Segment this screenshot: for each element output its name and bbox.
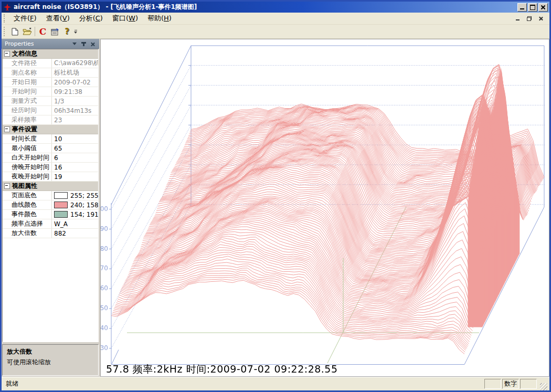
property-value[interactable]: 240; 158; 15 [51, 200, 98, 209]
property-label: 开始时间 [3, 87, 51, 96]
property-row[interactable]: 测量方式1/3 [3, 97, 98, 106]
collapse-icon[interactable] [4, 183, 10, 189]
property-value[interactable]: 16 [51, 163, 98, 172]
menu-item-0[interactable]: 文件(F) [9, 13, 41, 24]
property-row[interactable]: 测点名称栎社机场 [3, 68, 98, 78]
property-value-text: 1/3 [54, 98, 64, 105]
minimize-button[interactable] [517, 3, 527, 12]
property-row[interactable]: 采样频率23 [3, 115, 98, 125]
property-value[interactable]: 255; 255; 25 [51, 191, 98, 200]
property-value[interactable]: 2009-07-02 [51, 78, 98, 87]
property-value[interactable]: 栎社机场 [51, 68, 98, 77]
property-row[interactable]: 文件路径C:\awa6298\机场 [3, 59, 98, 68]
property-label: 开始日期 [3, 78, 51, 87]
property-value[interactable]: 1/3 [51, 97, 98, 105]
toolbar-overflow-icon [75, 30, 77, 30]
property-row[interactable]: 夜晚开始时间19 [3, 172, 98, 182]
panel-close-button[interactable] [89, 41, 96, 47]
property-label: 放大倍数 [3, 229, 51, 238]
panel-menu-button[interactable] [71, 41, 78, 47]
new-file-button[interactable] [9, 26, 21, 37]
property-row[interactable]: 最小阈值65 [3, 144, 98, 153]
waterfall-chart[interactable] [101, 39, 549, 377]
close-button[interactable] [538, 3, 548, 12]
menu-item-1[interactable]: 查看(V) [41, 13, 75, 24]
toolbar-overflow-button[interactable] [74, 30, 77, 34]
property-label: 傍晚开始时间 [3, 163, 51, 172]
property-row[interactable]: 时间长度10 [3, 134, 98, 144]
property-row[interactable]: 经历时间06h34m13s [3, 106, 98, 115]
mdi-close-icon [538, 16, 543, 21]
status-cell-0 [484, 379, 501, 389]
property-row[interactable]: 频率点选择W_A [3, 219, 98, 229]
collapse-icon[interactable] [4, 51, 10, 57]
property-section-row[interactable]: 文档信息 [3, 49, 98, 59]
menu-item-2[interactable]: 分析(C) [75, 13, 108, 24]
property-value[interactable]: 6 [51, 153, 98, 162]
property-value-text: 23 [54, 116, 62, 124]
mdi-minimize-button[interactable] [514, 15, 521, 22]
panel-pin-button[interactable] [80, 41, 87, 47]
property-description-box: 放大倍数 可使用滚轮缩放 [2, 344, 99, 376]
menu-item-4[interactable]: 帮助(H) [143, 13, 176, 24]
property-value[interactable]: 19 [51, 172, 98, 181]
property-label: 页面底色 [3, 191, 51, 200]
property-value-text: 882 [54, 230, 66, 237]
color-swatch[interactable] [54, 192, 68, 199]
property-section-title: 事件设置 [12, 125, 37, 134]
properties-panel-header[interactable]: Properties [2, 39, 99, 49]
toolbar-separator [35, 27, 35, 36]
property-value[interactable]: 154; 191; 18 [51, 210, 98, 219]
color-swatch[interactable] [54, 211, 68, 218]
resize-grip[interactable] [540, 383, 547, 390]
property-row[interactable]: 开始时间09:21:38 [3, 87, 98, 97]
property-label: 曲线颜色 [3, 200, 51, 209]
property-row[interactable]: 页面底色255; 255; 25 [3, 191, 98, 200]
property-row[interactable]: 放大倍数882 [3, 229, 98, 238]
property-value-text: 16 [54, 164, 62, 171]
property-value[interactable]: C:\awa6298\机场 [51, 59, 98, 68]
property-label: 测点名称 [3, 68, 51, 77]
property-value-text: 6 [54, 154, 58, 162]
property-row[interactable]: 开始日期2009-07-02 [3, 78, 98, 87]
menu-item-3[interactable]: 窗口(W) [108, 13, 143, 24]
property-value[interactable]: 06h34m13s [51, 106, 98, 115]
analysis-c-button[interactable]: C [37, 26, 49, 37]
property-value-text: 240; 158; 15 [70, 202, 98, 209]
title-bar[interactable]: aircraft noise（ISO3891） - [飞机噪声分析1-事件1频谱… [2, 2, 549, 13]
menu-grip-handle[interactable] [4, 14, 7, 22]
help-button[interactable]: ? [61, 26, 73, 37]
property-value-text: 06h34m13s [54, 107, 91, 114]
property-row[interactable]: 事件颜色154; 191; 18 [3, 210, 98, 219]
mdi-restore-button[interactable] [525, 15, 533, 22]
mdi-close-button[interactable] [537, 15, 544, 22]
property-value[interactable]: 09:21:38 [51, 87, 98, 96]
property-section-title: 视图属性 [12, 182, 37, 190]
property-description-text: 可使用滚轮缩放 [7, 358, 94, 367]
property-row[interactable]: 曲线颜色240; 158; 15 [3, 200, 98, 210]
property-grid: 文档信息文件路径C:\awa6298\机场测点名称栎社机场开始日期2009-07… [2, 49, 99, 342]
property-value[interactable]: 23 [51, 115, 98, 124]
property-value[interactable]: 10 [51, 134, 98, 143]
status-ready-text: 就绪 [4, 379, 483, 388]
property-value-text: 09:21:38 [54, 88, 82, 96]
color-swatch[interactable] [54, 202, 68, 208]
toolbar-grip-handle[interactable] [4, 27, 7, 36]
open-file-button[interactable] [21, 26, 33, 37]
property-value[interactable]: 882 [51, 229, 98, 238]
collapse-icon[interactable] [4, 126, 10, 132]
property-value-text: 65 [54, 145, 62, 152]
property-value[interactable]: W_A [51, 219, 98, 228]
property-row[interactable]: 傍晚开始时间16 [3, 163, 98, 172]
property-value-text: 154; 191; 18 [70, 211, 98, 218]
property-value-text: 10 [54, 135, 62, 143]
property-label: 夜晚开始时间 [3, 172, 51, 181]
property-row[interactable]: 白天开始时间6 [3, 153, 98, 163]
property-label: 测量方式 [3, 97, 51, 105]
property-value[interactable]: 65 [51, 144, 98, 153]
property-section-row[interactable]: 视图属性 [3, 182, 98, 191]
properties-button[interactable] [49, 26, 61, 37]
maximize-button[interactable] [528, 3, 537, 12]
property-section-row[interactable]: 事件设置 [3, 125, 98, 134]
properties-icon [51, 28, 59, 36]
